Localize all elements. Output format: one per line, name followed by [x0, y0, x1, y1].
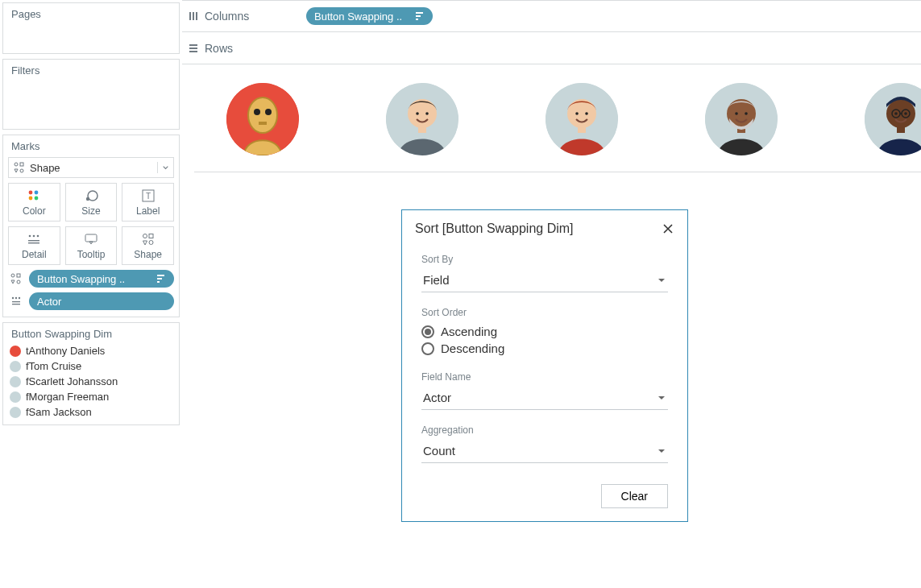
detail-icon: [27, 232, 41, 246]
legend-swatch-icon: [10, 361, 21, 372]
actor-avatar[interactable]: [546, 83, 618, 155]
sort-by-label: Sort By: [421, 254, 668, 265]
pill-actor[interactable]: Actor: [29, 292, 174, 310]
columns-icon: [182, 10, 205, 22]
legend-item-label: tAnthony Daniels: [26, 345, 105, 357]
size-icon: [84, 188, 98, 203]
svg-rect-26: [157, 281, 160, 283]
legend-item[interactable]: tAnthony Daniels: [10, 345, 172, 357]
marks-detail-button[interactable]: Detail: [8, 226, 60, 265]
color-dots-icon: [27, 188, 41, 203]
marks-color-button[interactable]: Color: [8, 183, 60, 222]
svg-rect-1: [20, 163, 23, 166]
rows-icon: [182, 43, 205, 54]
svg-point-22: [11, 274, 15, 277]
actor-avatar[interactable]: [865, 83, 921, 155]
marks-detail-label: Detail: [22, 249, 47, 260]
legend-swatch-icon: [10, 346, 21, 357]
svg-point-45: [254, 109, 260, 115]
svg-point-9: [86, 197, 89, 200]
svg-point-12: [29, 234, 31, 237]
svg-point-44: [248, 97, 277, 133]
pages-shelf[interactable]: Pages: [2, 2, 180, 54]
svg-point-67: [904, 112, 907, 115]
sort-glyph-icon: [156, 274, 166, 284]
filters-shelf[interactable]: Filters: [2, 59, 180, 130]
sort-by-select[interactable]: Field: [421, 270, 668, 292]
clear-button[interactable]: Clear: [601, 484, 668, 508]
marks-shape-label: Shape: [134, 249, 162, 260]
svg-point-61: [735, 112, 738, 115]
label-t-icon: T: [141, 188, 156, 203]
svg-rect-17: [85, 234, 97, 242]
legend-item[interactable]: fScarlett Johansson: [10, 375, 172, 387]
columns-shelf[interactable]: Columns Button Swapping ..: [182, 0, 921, 32]
actor-avatar[interactable]: [386, 83, 458, 155]
sort-dialog: Sort [Button Swapping Dim] Sort By Field…: [401, 209, 688, 522]
radio-selected-icon: [421, 325, 434, 338]
legend-swatch-icon: [10, 391, 21, 403]
marks-tooltip-button[interactable]: Tooltip: [65, 226, 118, 265]
pill-label: Actor: [37, 296, 61, 308]
mark-type-selector[interactable]: Shape: [8, 157, 174, 178]
svg-rect-28: [157, 275, 164, 276]
legend-swatch-icon: [10, 407, 21, 418]
legend-swatch-icon: [10, 376, 21, 387]
svg-rect-27: [157, 278, 162, 280]
legend-item[interactable]: fMorgan Freeman: [10, 391, 172, 403]
svg-point-52: [425, 112, 429, 115]
svg-point-4: [29, 190, 33, 194]
pill-label: Button Swapping ..: [37, 273, 125, 285]
legend-item-label: fScarlett Johansson: [26, 375, 118, 387]
svg-point-18: [143, 234, 147, 238]
svg-point-31: [19, 297, 20, 299]
sort-by-value: Field: [423, 273, 450, 287]
field-name-select[interactable]: Actor: [421, 387, 668, 410]
svg-point-25: [17, 280, 20, 284]
close-icon[interactable]: [662, 222, 674, 235]
svg-point-51: [416, 112, 419, 115]
columns-label: Columns: [205, 10, 301, 23]
svg-point-57: [585, 112, 588, 115]
shape-grid-icon: [14, 162, 25, 173]
svg-point-55: [567, 99, 596, 128]
marks-label-button[interactable]: T Label: [122, 183, 174, 222]
marks-shape-button[interactable]: Shape: [122, 226, 174, 265]
columns-pill[interactable]: Button Swapping ..: [306, 7, 433, 25]
viz-canvas[interactable]: Sort [Button Swapping Dim] Sort By Field…: [182, 64, 921, 588]
shape-legend-title: Button Swapping Dim: [3, 323, 179, 343]
legend-item-label: fMorgan Freeman: [26, 391, 109, 403]
legend-item[interactable]: fSam Jackson: [10, 406, 172, 418]
mark-type-label: Shape: [30, 162, 60, 174]
sort-order-ascending[interactable]: Ascending: [421, 323, 668, 340]
field-name-label: Field Name: [421, 371, 668, 383]
svg-rect-32: [12, 301, 20, 302]
actor-avatar[interactable]: [226, 83, 299, 155]
pill-label: Button Swapping ..: [314, 10, 402, 23]
svg-rect-47: [259, 122, 267, 125]
sort-order-descending[interactable]: Descending: [421, 340, 668, 357]
actor-avatar[interactable]: [705, 83, 778, 155]
svg-point-6: [29, 196, 33, 200]
rows-shelf[interactable]: Rows: [182, 32, 921, 64]
svg-rect-36: [196, 12, 197, 20]
chevron-down-icon: [657, 446, 666, 456]
svg-point-30: [15, 297, 17, 299]
chevron-down-icon: [157, 162, 168, 173]
svg-marker-24: [11, 280, 15, 284]
tooltip-icon: [84, 232, 98, 246]
svg-rect-33: [12, 304, 20, 304]
marks-size-button[interactable]: Size: [65, 183, 118, 222]
aggregation-select[interactable]: Count: [421, 441, 668, 463]
radio-unselected-icon: [421, 342, 434, 355]
shape-legend: Button Swapping Dim tAnthony DanielsfTom…: [2, 322, 180, 425]
legend-item[interactable]: fTom Cruise: [10, 360, 172, 372]
filters-shelf-title: Filters: [3, 60, 179, 80]
rows-label: Rows: [205, 42, 301, 55]
svg-point-13: [33, 234, 35, 237]
field-name-value: Actor: [423, 391, 451, 404]
svg-rect-19: [149, 234, 153, 238]
pages-shelf-title: Pages: [3, 3, 179, 23]
pill-button-swapping[interactable]: Button Swapping ..: [29, 270, 174, 288]
svg-rect-23: [17, 274, 20, 277]
